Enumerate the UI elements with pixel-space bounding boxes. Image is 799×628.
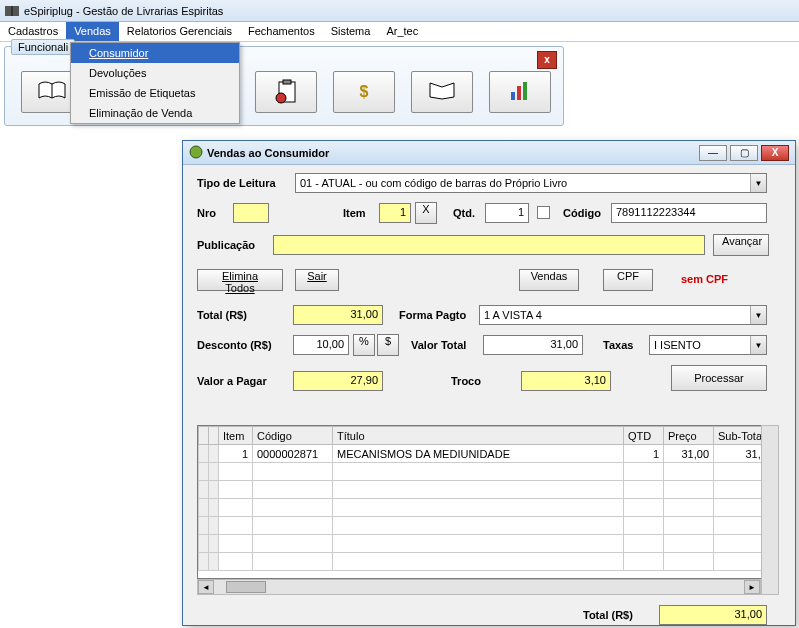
grid-sel-col [199,427,209,445]
toolbar-btn-chart[interactable] [489,71,551,113]
dialog-body: Tipo de Leitura 01 - ATUAL - ou com códi… [183,165,795,185]
scroll-thumb[interactable] [226,581,266,593]
scroll-left-icon[interactable]: ◄ [198,580,214,594]
dollar-button[interactable]: $ [377,334,399,356]
grid-header-row: Item Código Título QTD Preço Sub-Total [199,427,778,445]
cpf-button[interactable]: CPF [603,269,653,291]
publicacao-input[interactable] [273,235,705,255]
svg-rect-0 [5,6,11,16]
svg-rect-9 [523,82,527,100]
sair-button[interactable]: Sair [295,269,339,291]
menu-fechamentos[interactable]: Fechamentos [240,22,323,41]
table-row[interactable] [199,463,778,481]
chevron-down-icon: ▼ [750,174,766,192]
forma-pagto-combo[interactable]: 1 A VISTA 4 ▼ [479,305,767,325]
troco-label: Troco [451,375,481,387]
elimina-todos-button[interactable]: Elimina Todos [197,269,283,291]
forma-pagto-value: 1 A VISTA 4 [480,309,750,321]
dialog-icon [189,145,203,161]
forma-pagto-label: Forma Pagto [399,309,466,321]
scroll-right-icon[interactable]: ► [744,580,760,594]
maximize-button[interactable]: ▢ [730,145,758,161]
tipo-leitura-combo[interactable]: 01 - ATUAL - ou com código de barras do … [295,173,767,193]
codigo-input[interactable]: 7891112223344 [611,203,767,223]
dropdown-eliminacao[interactable]: Eliminação de Venda [71,103,239,123]
dropdown-consumidor[interactable]: Consumidor [71,43,239,63]
troco-input[interactable]: 3,10 [521,371,611,391]
col-item[interactable]: Item [219,427,253,445]
cell-qtd: 1 [624,445,664,463]
col-codigo[interactable]: Código [253,427,333,445]
desconto-label: Desconto (R$) [197,339,272,351]
itens-grid[interactable]: Item Código Título QTD Preço Sub-Total 1… [197,425,779,579]
menubar: Cadastros Vendas Relatorios Gerenciais F… [0,22,799,42]
tipo-leitura-label: Tipo de Leitura [197,177,276,189]
dropdown-emissao[interactable]: Emissão de Etiquetas [71,83,239,103]
book-icon [37,80,67,104]
window-buttons: — ▢ X [699,145,789,161]
valor-total-input[interactable]: 31,00 [483,335,583,355]
total-rs-label: Total (R$) [197,309,247,321]
chevron-down-icon: ▼ [750,336,766,354]
menu-vendas[interactable]: Vendas [66,22,119,41]
table-row[interactable] [199,553,778,571]
menu-relatorios[interactable]: Relatorios Gerenciais [119,22,240,41]
svg-rect-4 [279,82,295,102]
valor-total-label: Valor Total [411,339,466,351]
table-row[interactable] [199,535,778,553]
qtd-input[interactable]: 1 [485,203,529,223]
grid-sel-col2 [209,427,219,445]
svg-rect-1 [13,6,19,16]
vendas-dropdown: Consumidor Devoluções Emissão de Etiquet… [70,42,240,124]
toolbar-btn-open-book[interactable] [411,71,473,113]
codigo-label: Código [563,207,601,219]
close-button[interactable]: X [761,145,789,161]
grid-vscroll[interactable] [761,425,779,595]
cell-codigo: 0000002871 [253,445,333,463]
col-qtd[interactable]: QTD [624,427,664,445]
main-window: eSpiriplug - Gestão de Livrarias Espirit… [0,0,799,42]
taxas-combo[interactable]: I ISENTO ▼ [649,335,767,355]
menu-sistema[interactable]: Sistema [323,22,379,41]
percent-button[interactable]: % [353,334,375,356]
footer-total-input[interactable]: 31,00 [659,605,767,625]
app-title: eSpiriplug - Gestão de Livrarias Espirit… [24,5,223,17]
svg-rect-8 [517,86,521,100]
publicacao-label: Publicação [197,239,255,251]
total-rs-input[interactable]: 31,00 [293,305,383,325]
dialog-titlebar: Vendas ao Consumidor — ▢ X [183,141,795,165]
tipo-leitura-value: 01 - ATUAL - ou com código de barras do … [296,177,750,189]
menu-artec[interactable]: Ar_tec [378,22,426,41]
dropdown-devolucoes[interactable]: Devoluções [71,63,239,83]
valor-pagar-input[interactable]: 27,90 [293,371,383,391]
toolbar-close-button[interactable]: x [537,51,557,69]
app-icon [4,3,20,19]
toolbar-btn-clipboard[interactable] [255,71,317,113]
avancar-button[interactable]: Avançar [713,234,769,256]
minimize-button[interactable]: — [699,145,727,161]
clipboard-gear-icon [273,78,299,106]
taxas-label: Taxas [603,339,633,351]
desconto-input[interactable]: 10,00 [293,335,349,355]
chevron-down-icon: ▼ [750,306,766,324]
table-row[interactable] [199,517,778,535]
vendas-button[interactable]: Vendas [519,269,579,291]
cell-titulo: MECANISMOS DA MEDIUNIDADE [333,445,624,463]
nro-label: Nro [197,207,216,219]
cell-item: 1 [219,445,253,463]
svg-rect-7 [511,92,515,100]
toolbar-btn-money[interactable]: $ [333,71,395,113]
col-preco[interactable]: Preço [664,427,714,445]
footer-total-label: Total (R$) [583,609,633,621]
processar-button[interactable]: Processar [671,365,767,391]
table-row[interactable]: 1 0000002871 MECANISMOS DA MEDIUNIDADE 1… [199,445,778,463]
svg-point-6 [276,93,286,103]
nro-input[interactable] [233,203,269,223]
qtd-checkbox[interactable] [537,206,550,219]
x-button[interactable]: X [415,202,437,224]
table-row[interactable] [199,481,778,499]
table-row[interactable] [199,499,778,517]
item-input[interactable]: 1 [379,203,411,223]
col-titulo[interactable]: Título [333,427,624,445]
grid-hscroll[interactable]: ◄ ► [197,579,761,595]
